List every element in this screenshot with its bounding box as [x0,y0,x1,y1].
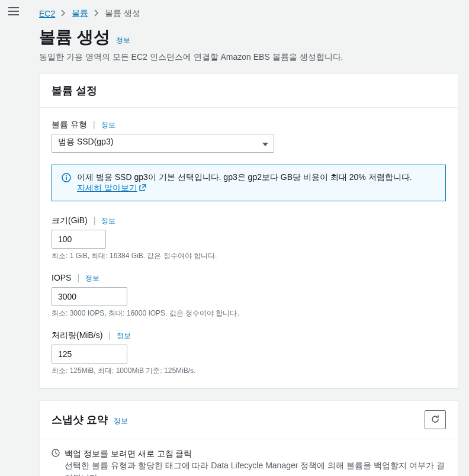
svg-point-1 [66,175,67,176]
volume-settings-panel: 볼륨 설정 볼륨 유형 | 정보 범용 SSD(gp3) [39,73,458,388]
page-title: 볼륨 생성 [39,26,110,49]
volume-type-label: 볼륨 유형 [52,120,87,130]
hamburger-icon [8,7,19,15]
banner-text: 이제 범용 SSD gp3이 기본 선택입니다. gp3은 gp2보다 GB당 … [77,172,412,182]
page-info-link[interactable]: 정보 [116,36,130,46]
throughput-info[interactable]: 정보 [117,331,131,341]
external-link-icon [139,184,146,193]
refresh-icon [431,414,440,426]
hamburger-menu[interactable] [8,7,19,15]
clock-icon [52,449,60,459]
breadcrumb-volumes[interactable]: 볼륨 [72,8,88,19]
iops-info[interactable]: 정보 [85,274,99,284]
throughput-hint: 최소: 125MiB, 최대: 1000MiB 기준: 125MiB/s. [52,366,446,376]
gp3-info-banner: 이제 범용 SSD gp3이 기본 선택입니다. gp3은 gp2보다 GB당 … [52,165,446,201]
chevron-right-icon [94,9,99,18]
iops-hint: 최소: 3000 IOPS, 최대: 16000 IOPS. 값은 정수여야 합… [52,308,446,319]
breadcrumb-current: 볼륨 생성 [105,8,140,19]
iops-label: IOPS [52,273,71,282]
panel-title-snapshot: 스냅샷 요약 [52,413,108,427]
snapshot-summary-panel: 스냅샷 요약 정보 백업 정보를 보려면 새로 고침 클릭 선택한 볼륨 유형과… [39,400,458,476]
chevron-right-icon [61,9,66,18]
panel-title-settings: 볼륨 설정 [52,83,97,98]
refresh-button[interactable] [425,410,446,429]
page-description: 동일한 가용 영역의 모든 EC2 인스턴스에 연결할 Amazon EBS 볼… [39,52,458,63]
size-label: 크기(GiB) [52,216,88,226]
volume-type-info[interactable]: 정보 [101,120,115,130]
learn-more-link[interactable]: 자세히 알아보기 [77,183,146,194]
snapshot-desc: 선택한 볼륨 유형과 할당한 태그에 따라 Data Lifecycle Man… [65,459,446,476]
throughput-input[interactable] [52,345,127,364]
size-hint: 최소: 1 GiB, 최대: 16384 GiB. 값은 정수여야 합니다. [52,251,446,261]
size-info[interactable]: 정보 [101,216,115,226]
breadcrumb-ec2[interactable]: EC2 [39,9,55,18]
throughput-label: 처리량(MiB/s) [52,330,102,341]
snapshot-title: 백업 정보를 보려면 새로 고침 클릭 [65,449,446,459]
iops-input[interactable] [52,287,127,306]
size-input[interactable] [52,230,106,249]
breadcrumb: EC2 볼륨 볼륨 생성 [39,8,458,19]
svg-rect-2 [66,177,67,180]
snapshot-info[interactable]: 정보 [114,416,128,426]
info-icon [62,173,71,184]
volume-type-select[interactable]: 범용 SSD(gp3) [52,134,274,153]
